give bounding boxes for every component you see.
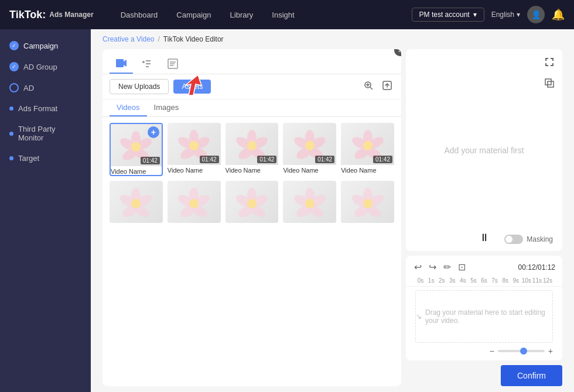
- svg-point-58: [247, 199, 257, 208]
- avatar[interactable]: 👤: [527, 6, 545, 23]
- sidebar-label: Third Party Monitor: [18, 125, 81, 142]
- time-current: 00:12: [518, 263, 536, 271]
- confirm-button[interactable]: Confirm: [501, 365, 562, 386]
- main-layout: ✓ Campaign ✓ AD Group AD Ads Format Thir…: [0, 29, 574, 392]
- svg-rect-72: [548, 81, 554, 87]
- sidebar-label: AD Group: [23, 63, 57, 71]
- svg-point-46: [131, 199, 141, 208]
- video-name: Video Name: [111, 168, 162, 175]
- ruler-3s: 3s: [447, 277, 457, 284]
- zoom-slider[interactable]: [498, 350, 545, 352]
- sidebar-item-adgroup[interactable]: ✓ AD Group: [0, 56, 91, 77]
- ads-manager-label: Ads Manager: [49, 11, 93, 19]
- tab-audio[interactable]: [135, 54, 159, 74]
- language-button[interactable]: English ▾: [491, 11, 520, 19]
- fullscreen-icon[interactable]: [541, 54, 558, 70]
- right-panel: Add your material first ⏸ Masking ↩ ↪ ✏: [406, 49, 562, 386]
- sidebar-label: Campaign: [23, 42, 58, 50]
- crop-icon[interactable]: [541, 75, 558, 91]
- ruler-6s: 6s: [479, 277, 489, 284]
- content-area: Creative a Video / TikTok Video Editor ✕: [91, 29, 574, 392]
- breadcrumb-separator: /: [158, 35, 160, 43]
- breadcrumb-link[interactable]: Creative a Video: [102, 35, 155, 43]
- nav-item-library[interactable]: Library: [221, 0, 263, 29]
- pause-button[interactable]: ⏸: [479, 232, 490, 244]
- tab-video[interactable]: [110, 54, 133, 74]
- redo-button[interactable]: ↪: [428, 260, 438, 274]
- check-icon: ✓: [9, 41, 19, 50]
- video-thumb-2[interactable]: 01:42 Video Name: [168, 123, 221, 176]
- sidebar-item-ads-format[interactable]: Ads Format: [0, 98, 91, 119]
- masking-toggle[interactable]: [504, 235, 523, 244]
- video-thumb-7[interactable]: [168, 181, 221, 223]
- sidebar-item-third-party-monitor[interactable]: Third Party Monitor: [0, 119, 91, 148]
- arrow-icon: ↘: [416, 312, 422, 321]
- dot-icon: [9, 106, 13, 111]
- nav-item-dashboard[interactable]: Dashboard: [111, 0, 168, 29]
- ruler-0s: 0s: [415, 277, 426, 284]
- ruler-8s: 8s: [500, 277, 511, 284]
- video-thumb-4[interactable]: 01:42 Video Name: [283, 123, 336, 176]
- video-duration: 01:42: [200, 156, 219, 163]
- video-thumb-3[interactable]: 01:42 Video Name: [226, 123, 279, 176]
- tiktok-icon: TikTok:: [9, 9, 46, 21]
- video-thumb-6[interactable]: [110, 181, 163, 223]
- sidebar-label: AD: [23, 84, 34, 92]
- breadcrumb: Creative a Video / TikTok Video Editor: [91, 29, 574, 49]
- svg-point-16: [131, 142, 141, 152]
- ruler-12s: 12s: [542, 277, 553, 284]
- ruler-10s: 10s: [521, 277, 532, 284]
- zoom-in-button[interactable]: +: [548, 346, 553, 356]
- media-tabs: Videos Images: [102, 99, 401, 117]
- edit-button[interactable]: ✏: [442, 260, 452, 274]
- tab-text[interactable]: [161, 54, 184, 74]
- sidebar-item-ad[interactable]: AD: [0, 77, 91, 98]
- zoom-icon[interactable]: [361, 80, 375, 94]
- panel-tabs: [102, 49, 401, 74]
- ruler-5s: 5s: [468, 277, 479, 284]
- video-thumb-9[interactable]: [283, 181, 336, 223]
- svg-rect-0: [116, 59, 124, 67]
- timeline-ruler: 0s 1s 2s 3s 4s 5s 6s 7s 8s 9s 10s 11s 12…: [406, 277, 562, 287]
- video-thumb-10[interactable]: [341, 181, 394, 223]
- ruler-9s: 9s: [511, 277, 521, 284]
- dot-icon: [9, 156, 13, 160]
- sidebar-item-target[interactable]: Target: [0, 148, 91, 169]
- svg-point-28: [247, 141, 257, 150]
- zoom-handle[interactable]: [520, 348, 527, 355]
- svg-point-22: [189, 141, 199, 150]
- nav-item-campaign[interactable]: Campaign: [167, 0, 220, 29]
- tab-images[interactable]: Images: [147, 99, 186, 116]
- video-grid: + 01:42 Video Name 01:42 Video Name: [102, 117, 401, 386]
- confirm-area: Confirm: [406, 360, 562, 386]
- zoom-out-button[interactable]: −: [490, 346, 494, 356]
- masking-control: Masking: [504, 235, 553, 244]
- ruler-1s: 1s: [426, 277, 436, 284]
- ruler-11s: 11s: [532, 277, 542, 284]
- brand-logo[interactable]: TikTok: Ads Manager: [9, 9, 94, 21]
- check-icon: ✓: [9, 62, 19, 71]
- video-thumb-5[interactable]: 01:42 Video Name: [341, 123, 394, 176]
- masking-label: Masking: [527, 235, 553, 243]
- svg-point-70: [363, 199, 373, 208]
- asset-icons: [361, 80, 394, 94]
- sidebar-item-campaign[interactable]: ✓ Campaign: [0, 35, 91, 56]
- crop-timeline-button[interactable]: ⊡: [457, 260, 467, 274]
- sidebar-label: Ads Format: [18, 104, 57, 113]
- breadcrumb-current: TikTok Video Editor: [163, 35, 224, 43]
- new-uploads-button[interactable]: New Uploads: [110, 79, 169, 94]
- video-thumb-1[interactable]: + 01:42 Video Name: [110, 123, 163, 176]
- undo-button[interactable]: ↩: [413, 260, 423, 274]
- tab-videos[interactable]: Videos: [110, 99, 147, 116]
- left-panel: ✕ New Uploads Assets: [102, 49, 401, 386]
- upload-icon[interactable]: [380, 80, 394, 94]
- timeline-track[interactable]: ↘ Drag your material here to start editi…: [415, 290, 553, 343]
- video-thumb-8[interactable]: [226, 181, 279, 223]
- nav-item-insight[interactable]: Insight: [262, 0, 303, 29]
- video-duration: 01:42: [141, 157, 160, 164]
- svg-point-40: [363, 141, 373, 150]
- bell-icon[interactable]: 🔔: [552, 8, 565, 21]
- account-button[interactable]: PM test account ▾: [412, 8, 484, 22]
- video-duration: 01:42: [257, 156, 276, 163]
- video-name: Video Name: [168, 167, 221, 174]
